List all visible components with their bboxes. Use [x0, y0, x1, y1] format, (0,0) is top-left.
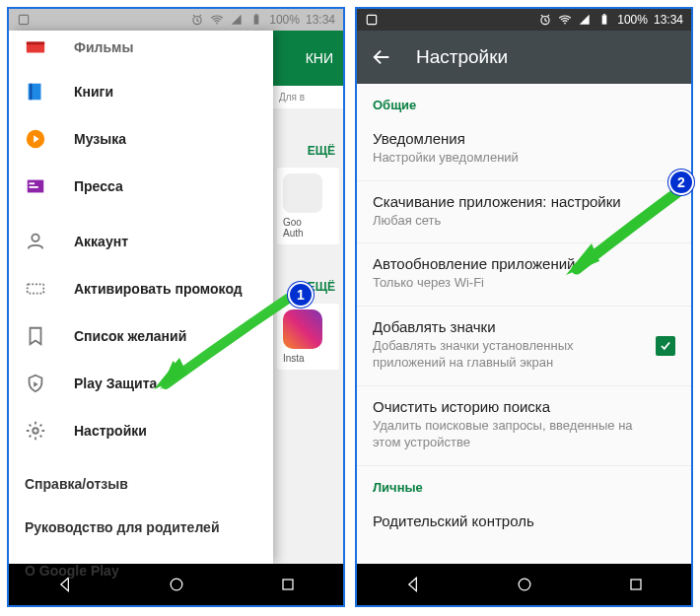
setting-clear-history[interactable]: Очистить историю поиска Удалить поисковы… — [357, 386, 691, 465]
tab-strip: КНИ — [273, 31, 343, 86]
svg-rect-8 — [31, 84, 33, 101]
signal-icon — [230, 13, 244, 27]
svg-rect-18 — [367, 15, 376, 24]
back-button[interactable] — [403, 575, 423, 594]
drawer-item-wishlist[interactable]: Список желаний — [9, 312, 273, 360]
drawer-item-music[interactable]: Музыка — [9, 115, 273, 163]
annotation-marker-2: 2 — [668, 170, 694, 195]
app-tile[interactable]: Insta — [277, 304, 339, 370]
setting-add-icons[interactable]: Добавлять значки Добавлять значки устано… — [357, 307, 691, 385]
drawer-item-help[interactable]: Справка/отзыв — [9, 462, 273, 506]
films-icon — [25, 36, 46, 58]
svg-rect-22 — [603, 14, 605, 15]
drawer-item-books[interactable]: Книги — [9, 68, 273, 115]
drawer-item-label: Пресса — [74, 178, 123, 194]
gear-icon — [25, 420, 46, 442]
setting-title: Уведомления — [373, 130, 675, 147]
home-button[interactable] — [515, 575, 534, 594]
drawer-item-label: Фильмы — [74, 39, 133, 55]
setting-download-pref[interactable]: Скачивание приложения: настройки Любая с… — [357, 181, 691, 243]
drawer-item-account[interactable]: Аккаунт — [9, 218, 273, 265]
svg-point-2 — [216, 23, 218, 25]
setting-subtitle: Добавлять значки установленных приложени… — [373, 337, 675, 372]
setting-autoupdate[interactable]: Автообновление приложений Только через W… — [357, 243, 691, 306]
wishlist-icon — [25, 325, 46, 347]
battery-percent: 100% — [269, 13, 300, 27]
svg-point-23 — [519, 579, 530, 590]
svg-rect-4 — [255, 14, 257, 15]
screenshot-icon — [365, 13, 379, 27]
drawer-item-films[interactable]: Фильмы — [9, 31, 273, 68]
svg-rect-11 — [30, 182, 35, 184]
drawer-item-label: Play Защита — [74, 376, 157, 391]
drawer-item-promo[interactable]: Активировать промокод — [9, 265, 273, 312]
settings-list: Общие Уведомления Настройки уведомлений … — [357, 84, 691, 564]
drawer-item-label: Активировать промокод — [74, 281, 243, 297]
screenshot-icon — [17, 13, 31, 27]
recents-button[interactable] — [278, 575, 298, 594]
svg-point-13 — [32, 235, 38, 241]
checkbox-checked[interactable] — [656, 336, 675, 356]
clock: 13:34 — [306, 13, 335, 27]
shield-icon — [25, 373, 46, 394]
drawer-item-label: Список желаний — [74, 328, 186, 344]
signal-icon — [578, 13, 592, 27]
status-bar: 100% 13:34 — [357, 9, 691, 31]
svg-rect-3 — [254, 15, 259, 24]
status-bar: 100% 13:34 — [9, 9, 343, 31]
section-header-personal: Личные — [357, 466, 691, 501]
app-bar: Настройки — [357, 31, 691, 84]
drawer-item-protect[interactable]: Play Защита — [9, 360, 273, 407]
drawer-item-label: Аккаунт — [74, 234, 128, 249]
svg-point-15 — [33, 428, 38, 434]
account-icon — [25, 231, 46, 252]
battery-icon — [249, 13, 263, 27]
more-link[interactable]: ЕЩЁ — [273, 138, 343, 164]
battery-percent: 100% — [617, 13, 648, 27]
wifi-icon — [210, 13, 224, 27]
setting-subtitle: Только через Wi-Fi — [373, 274, 675, 292]
drawer-item-press[interactable]: Пресса — [9, 163, 273, 210]
setting-subtitle: Удалить поисковые запросы, введенные на … — [373, 417, 675, 451]
svg-rect-0 — [19, 15, 28, 24]
svg-rect-14 — [28, 284, 44, 293]
press-icon — [25, 175, 46, 197]
phone-right: 100% 13:34 Настройки Общие Уведомления Н… — [355, 7, 693, 607]
page-title: Настройки — [416, 46, 508, 68]
android-navbar — [357, 564, 691, 605]
setting-subtitle: Настройки уведомлений — [373, 149, 675, 167]
setting-title: Очистить историю поиска — [373, 398, 675, 415]
svg-rect-24 — [631, 580, 641, 589]
setting-subtitle: Любая сеть — [373, 212, 675, 230]
setting-title: Автообновление приложений — [373, 255, 675, 272]
music-icon — [25, 128, 46, 150]
phone-left: 100% 13:34 КНИ Для в ЕЩЁ Goo Auth ЕЩЁ In… — [7, 7, 345, 607]
promo-icon — [25, 278, 46, 300]
books-icon — [25, 81, 46, 103]
annotation-marker-1: 1 — [288, 282, 314, 308]
navigation-drawer: Фильмы Книги Музыка Пресса Аккаунт Актив… — [9, 31, 273, 564]
drawer-item-about[interactable]: О Google Play — [9, 549, 273, 592]
setting-notifications[interactable]: Уведомления Настройки уведомлений — [357, 118, 691, 180]
svg-rect-6 — [27, 42, 44, 45]
alarm-icon — [190, 13, 204, 27]
drawer-item-label: Книги — [74, 84, 113, 100]
alarm-icon — [538, 13, 552, 27]
drawer-item-settings[interactable]: Настройки — [9, 407, 273, 454]
back-arrow-icon[interactable] — [371, 46, 392, 68]
drawer-item-label: Настройки — [74, 423, 147, 439]
drawer-item-label: Музыка — [74, 131, 126, 147]
svg-rect-21 — [602, 15, 607, 24]
app-tile[interactable]: Goo Auth — [277, 168, 339, 244]
setting-parental[interactable]: Родительский контроль — [357, 501, 691, 535]
subheader: Для в — [273, 86, 343, 108]
recents-button[interactable] — [626, 575, 646, 594]
drawer-item-parents[interactable]: Руководство для родителей — [9, 506, 273, 549]
svg-rect-12 — [30, 186, 38, 188]
wifi-icon — [558, 13, 572, 27]
setting-title: Добавлять значки — [373, 318, 675, 335]
section-header-general: Общие — [357, 84, 691, 118]
setting-title: Скачивание приложения: настройки — [373, 193, 675, 210]
svg-rect-17 — [283, 580, 293, 589]
setting-title: Родительский контроль — [373, 513, 675, 529]
